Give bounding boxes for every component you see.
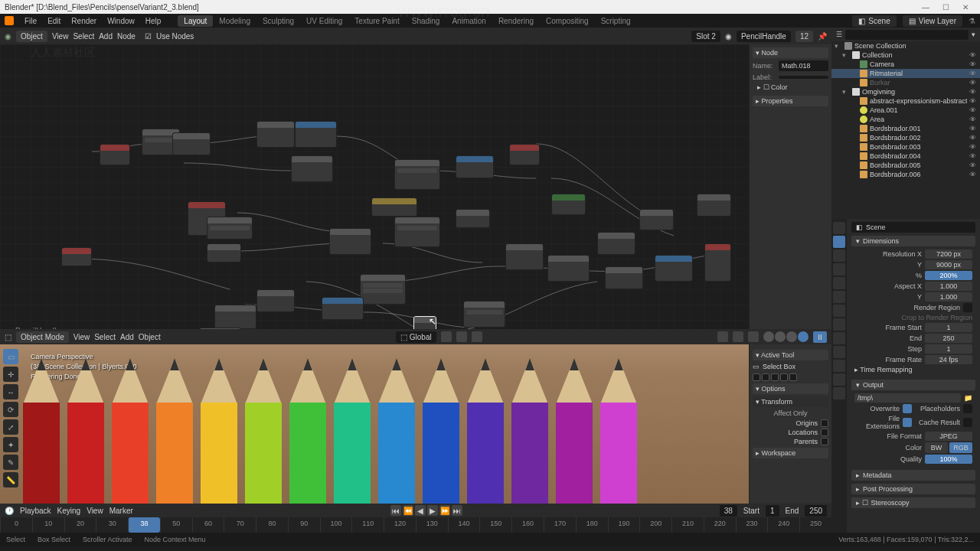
outliner-item[interactable]: Burkar👁	[831, 78, 980, 87]
color-bw-button[interactable]: BW	[925, 442, 948, 453]
timeline-tick[interactable]: 140	[448, 517, 480, 533]
tab-texture[interactable]	[833, 387, 845, 399]
node[interactable]	[456, 155, 494, 178]
node[interactable]	[551, 194, 586, 215]
tab-modifier[interactable]	[833, 305, 845, 317]
frame-step-field[interactable]: 1	[925, 344, 972, 354]
editor-type-icon[interactable]: 🕐	[5, 507, 14, 515]
node[interactable]	[639, 209, 674, 230]
timeline-tick[interactable]: 70	[224, 517, 256, 533]
vp-menu-add[interactable]: Add	[120, 333, 134, 341]
tab-particle[interactable]	[833, 318, 845, 331]
outliner-item[interactable]: Bordsbrador.003👁	[831, 142, 980, 152]
pin-icon[interactable]: 📌	[818, 32, 827, 41]
tool-scale[interactable]: ⤢	[3, 419, 18, 435]
node[interactable]	[322, 297, 364, 320]
workspace-layout[interactable]: Layout	[178, 15, 213, 27]
workspace-texture[interactable]: Texture Paint	[348, 15, 405, 27]
aspect-x-field[interactable]: 1.000	[925, 282, 972, 291]
vp-menu-object[interactable]: Object	[139, 333, 161, 341]
jump-end-icon[interactable]: ⏭	[452, 505, 462, 516]
node[interactable]	[329, 228, 371, 255]
tab-world[interactable]	[833, 277, 845, 289]
editor-type-icon[interactable]: ◉	[5, 32, 11, 41]
node-name-field[interactable]: Math.018	[779, 60, 828, 71]
node[interactable]	[100, 144, 130, 165]
frame-start-field[interactable]: 1	[925, 323, 972, 332]
transform-header[interactable]: ▾ Transform	[753, 396, 828, 407]
tool-transform[interactable]: ✦	[3, 437, 18, 452]
timeline-tick[interactable]: 60	[192, 517, 224, 533]
node[interactable]	[207, 243, 241, 262]
res-x-field[interactable]: 7200 px	[925, 249, 972, 259]
quality-field[interactable]: 100%	[925, 455, 972, 464]
tab-constraint[interactable]	[833, 346, 845, 358]
tab-data[interactable]	[833, 360, 845, 372]
node[interactable]	[61, 247, 92, 266]
node-props-header[interactable]: ▸ Properties	[753, 96, 828, 106]
shading-wireframe[interactable]	[763, 331, 774, 342]
node-panel-header[interactable]: ▾ Node	[753, 47, 828, 58]
file-format-select[interactable]: JPEG	[925, 432, 972, 441]
node[interactable]	[291, 155, 333, 182]
active-tool-header[interactable]: ▾ Active Tool	[753, 350, 828, 360]
timeline-tick[interactable]: 190	[608, 517, 640, 533]
outliner-item[interactable]: ▾Omgivning👁	[831, 87, 980, 96]
outliner-item[interactable]: Area.001👁	[831, 106, 980, 115]
dimensions-header[interactable]: ▾ Dimensions	[851, 236, 975, 246]
node-output[interactable]	[704, 243, 731, 282]
timeline-tick[interactable]: 100	[320, 517, 352, 533]
node-menu-add[interactable]: Add	[99, 32, 113, 41]
transform-orientation[interactable]: ⬚ Global	[396, 331, 436, 343]
tab-material[interactable]	[833, 373, 845, 386]
node-menu-select[interactable]: Select	[73, 32, 94, 41]
node-menu-node[interactable]: Node	[117, 32, 136, 41]
start-frame-field[interactable]: 1	[766, 505, 779, 517]
timeline-tick[interactable]: 38	[128, 517, 160, 533]
outliner-item[interactable]: Bordsbrador.004👁	[831, 152, 980, 161]
frame-rate-field[interactable]: 24 fps	[925, 355, 972, 364]
node[interactable]	[371, 197, 417, 217]
timeline-tick[interactable]: 120	[384, 517, 416, 533]
material-browse-icon[interactable]: ◉	[725, 32, 732, 41]
overlay-icon[interactable]	[733, 331, 743, 342]
postproc-header[interactable]: ▸ Post Processing	[851, 484, 975, 494]
parents-toggle[interactable]	[821, 438, 828, 445]
tab-physics[interactable]	[833, 332, 845, 344]
frame-end-field[interactable]: 250	[925, 334, 972, 343]
timeline-ruler[interactable]: 0102030385060708090100110120130140150160…	[0, 517, 831, 533]
timeline-tick[interactable]: 250	[799, 517, 831, 533]
timeline-tick[interactable]: 180	[576, 517, 608, 533]
material-slot[interactable]: Slot 2	[691, 31, 720, 42]
node-canvas[interactable]: PencilHandle ↖ ▾ Node Name: Math.018 Lab…	[0, 44, 831, 329]
outliner-item[interactable]: Ritmaterial👁	[831, 69, 980, 78]
timeline-tick[interactable]: 50	[160, 517, 192, 533]
maximize-icon[interactable]: ☐	[936, 3, 956, 11]
timeline-tick[interactable]: 170	[544, 517, 576, 533]
shading-matprev[interactable]	[786, 331, 797, 342]
node[interactable]	[172, 132, 211, 155]
tl-menu-playback[interactable]: Playback	[20, 507, 51, 515]
outliner-item[interactable]: Area👁	[831, 115, 980, 124]
overwrite-toggle[interactable]	[903, 404, 912, 413]
menu-window[interactable]: Window	[107, 17, 135, 25]
node[interactable]	[655, 255, 693, 282]
workspace-animation[interactable]: Animation	[446, 15, 492, 27]
tool-rotate[interactable]: ⟳	[3, 402, 18, 417]
placeholders-toggle[interactable]	[963, 404, 972, 413]
proportional-icon[interactable]	[472, 331, 482, 342]
pivot-icon[interactable]	[441, 331, 452, 342]
node[interactable]	[256, 121, 295, 148]
tool-select-box[interactable]: ▭	[3, 349, 18, 364]
outliner-search[interactable]	[845, 30, 969, 40]
shader-type-object[interactable]: Object	[16, 31, 47, 42]
snap-icon[interactable]	[456, 331, 467, 342]
node[interactable]	[394, 159, 440, 190]
node[interactable]	[295, 121, 337, 148]
timeline-tick[interactable]: 220	[704, 517, 736, 533]
xray-icon[interactable]	[748, 331, 759, 342]
shading-solid[interactable]	[775, 331, 786, 342]
tab-render[interactable]	[833, 222, 845, 234]
color-rgb-button[interactable]: RGB	[949, 442, 972, 453]
node[interactable]	[360, 274, 406, 305]
